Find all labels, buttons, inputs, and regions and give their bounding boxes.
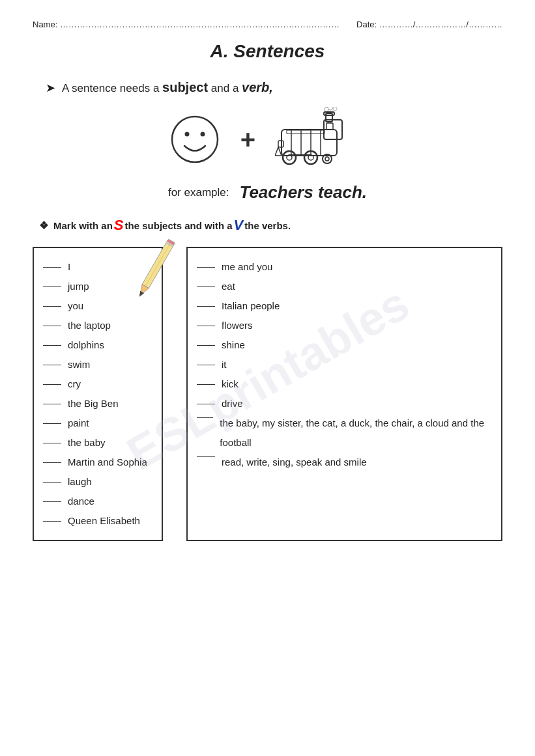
list-item: you [43,296,150,316]
s-letter: S [114,217,124,234]
list-item: swim [43,355,150,374]
blank-line [197,365,215,365]
list-item: kick [197,374,489,394]
list-item: laugh [43,472,150,492]
list-item: dance [43,492,150,511]
rule-text: ➤ A sentence needs a subject and a verb, [46,80,502,95]
svg-line-30 [145,244,170,287]
blank-line [197,287,215,287]
blank-line [43,423,61,424]
header-row: Name: ……………………………………………………………………………………… … [33,20,502,29]
blank-line [197,384,215,385]
svg-point-17 [325,157,329,161]
right-word-box: me and you eat Italian people flowers sh… [186,247,502,541]
date-label: Date: …………/………………/………… [356,20,502,29]
list-item: the baby [43,433,150,453]
svg-point-1 [184,132,189,137]
blank-line [43,482,61,483]
list-item: read, write, sing, speak and smile [197,453,489,472]
blank-line [43,326,61,326]
blank-line [197,417,213,418]
list-item: eat [197,277,489,296]
blank-line [43,501,61,502]
blank-line [43,384,61,385]
blank-line [197,267,215,268]
list-item: me and you [197,257,489,277]
svg-rect-5 [326,113,332,122]
plus-sign: + [240,125,255,154]
svg-point-12 [283,151,296,164]
blank-line [43,306,61,307]
list-item: flowers [197,316,489,335]
diamond-icon: ❖ [39,219,48,232]
blank-line [43,443,61,443]
list-item: shine [197,335,489,355]
list-item: the Big Ben [43,394,150,413]
list-item: it [197,355,489,374]
list-item: Martin and Sophia [43,453,150,472]
list-item: the laptop [43,316,150,335]
svg-marker-23 [275,147,282,156]
blank-line [197,456,215,457]
list-item: Queen Elisabeth [43,511,150,531]
blank-line [43,521,61,522]
blank-line [197,345,215,346]
blank-line [197,326,215,326]
blank-line [43,345,61,346]
svg-point-20 [328,107,333,110]
list-item: drive [197,394,489,413]
smiley-icon [169,113,221,165]
train-icon [275,107,366,172]
boxes-row: I jump you the laptop dolphins swim cry … [33,247,502,541]
blank-line [43,462,61,463]
list-item: paint [43,413,150,433]
svg-point-21 [333,107,337,111]
svg-rect-7 [326,123,333,130]
svg-point-2 [200,132,205,137]
arrow-icon: ➤ [46,81,55,95]
blank-line [43,287,61,287]
icons-row: + [33,107,502,172]
page-title: A. Sentences [33,41,502,62]
example-label: for example: [168,186,229,199]
list-item: Italian people [197,296,489,316]
v-letter: V [234,217,244,234]
svg-point-0 [172,117,218,162]
blank-line [197,306,215,307]
blank-line [43,404,61,404]
blank-line [43,267,61,268]
svg-rect-24 [287,130,325,133]
list-item: dolphins [43,335,150,355]
name-label: Name: ……………………………………………………………………………………… [33,20,340,29]
instruction-row: ❖ Mark with an S the subjects and with a… [39,217,502,234]
example-sentence: Teachers teach. [239,182,367,203]
list-item: cry [43,374,150,394]
example-row: for example: Teachers teach. [33,182,502,203]
list-item: the baby, my sister, the cat, a duck, th… [197,413,489,453]
blank-line [197,404,215,404]
blank-line [43,365,61,365]
